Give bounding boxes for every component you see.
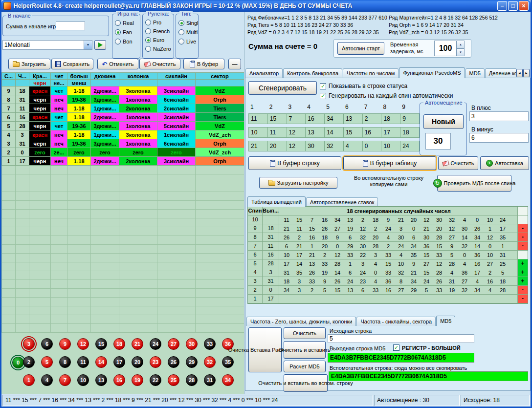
board-number-26[interactable]: 26 [168, 356, 179, 368]
board-number-30[interactable]: 30 [186, 338, 198, 350]
freq-tabs-item-1[interactable]: Частота - сиклайны, сектора [356, 317, 436, 326]
maximize-button[interactable]: □ [508, 1, 518, 11]
board-number-20[interactable]: 20 [132, 356, 143, 368]
spinner-up-icon[interactable]: ▲ [457, 41, 465, 48]
main-tabs-item-2[interactable]: Частоты по числам [343, 68, 399, 78]
board-number-9[interactable]: 9 [59, 338, 71, 350]
buffer-row-button[interactable]: В буфер строку [248, 156, 341, 170]
board-number-31[interactable]: 31 [204, 374, 216, 386]
radio-option-Multi[interactable]: Multi [178, 27, 197, 37]
load-settings-button[interactable]: Загрузить настройку [259, 177, 337, 189]
freq-tabs-item-0[interactable]: Частота - Zero, шансы, дюжины, колонки [246, 317, 356, 326]
board-number-16[interactable]: 16 [113, 374, 125, 386]
show-status-checkbox[interactable]: ✓ Показывать в строке статуса [320, 83, 407, 89]
radio-option-Euro[interactable]: Euro [145, 36, 173, 44]
board-number-25[interactable]: 25 [168, 374, 179, 386]
board-number-14[interactable]: 14 [95, 356, 107, 368]
spin-tabs-item-0[interactable]: Таблица выпадений [247, 196, 306, 207]
dropdown-arrow-icon[interactable]: ▼ [84, 41, 92, 49]
main-tabs-item-4[interactable]: MD5 [466, 68, 485, 78]
spin-tabs-item-1[interactable]: Автопроставление ставок [306, 197, 378, 207]
autogenerate-checkbox[interactable]: ✓ Генерировать на каждый спин автоматиче… [320, 92, 453, 99]
radio-icon[interactable] [145, 28, 151, 34]
plus-input[interactable] [469, 111, 529, 121]
board-number-36[interactable]: 36 [222, 338, 234, 350]
clear-ms-button[interactable]: Очистить [438, 156, 478, 170]
tab-scroll-left-icon[interactable]: ◄ [516, 69, 523, 77]
radio-option-Live[interactable]: Live [178, 37, 197, 46]
autobet-button[interactable]: Автоставка [480, 156, 529, 170]
md5-clear-paste-button[interactable]: Очистить и вставить [284, 341, 326, 359]
board-number-8[interactable]: 8 [59, 356, 71, 368]
main-tabs-item-5[interactable]: Деление ко... [485, 68, 516, 78]
minimize-button[interactable]: – [497, 1, 507, 11]
start-sum-input[interactable] [56, 21, 85, 30]
titlebar[interactable]: HelperRoullet 4.8- create helperroullet@… [1, 0, 531, 12]
collapse-button[interactable]: — [228, 59, 241, 69]
board-number-6[interactable]: 6 [41, 338, 53, 350]
board-number-1[interactable]: 1 [23, 374, 35, 386]
new-button[interactable]: Новый [423, 114, 464, 129]
board-number-0[interactable]: 0 [12, 357, 24, 368]
board-number-2[interactable]: 2 [23, 356, 35, 368]
radio-icon[interactable] [145, 37, 151, 43]
radio-option-NaZero[interactable]: NaZero [145, 44, 173, 53]
freq-tabs-item-2[interactable]: MD5 [436, 316, 455, 326]
radio-icon[interactable] [115, 20, 121, 26]
register-checkbox[interactable]: ✓ РЕГИСТР - БОЛЬШОЙ [393, 344, 461, 351]
board-number-27[interactable]: 27 [168, 338, 179, 350]
main-tabs-item-1[interactable]: Контроль банкролла [283, 68, 342, 78]
board-number-13[interactable]: 13 [95, 374, 107, 386]
board-number-32[interactable]: 32 [204, 356, 216, 368]
close-button[interactable]: × [519, 1, 529, 11]
minus-input[interactable] [469, 133, 529, 143]
board-number-15[interactable]: 15 [95, 338, 107, 350]
radio-icon[interactable] [115, 39, 121, 44]
radio-option-French[interactable]: French [145, 27, 173, 36]
check-md5-button[interactable]: ↻Проверить МД5 после спина [437, 175, 511, 192]
undo-button[interactable]: ↶Отменить [97, 59, 138, 69]
load-button[interactable]: Загрузить [8, 59, 50, 69]
profile-select[interactable]: 1Melonati ▼ [2, 40, 92, 50]
radio-icon[interactable] [145, 20, 151, 25]
board-number-24[interactable]: 24 [150, 338, 161, 350]
board-number-17[interactable]: 17 [113, 356, 125, 368]
board-number-23[interactable]: 23 [150, 356, 161, 368]
board-number-7[interactable]: 7 [59, 374, 71, 386]
board-number-5[interactable]: 5 [41, 356, 53, 368]
board-number-11[interactable]: 11 [77, 356, 89, 368]
autospin-start-button[interactable]: Автоспин старт [337, 42, 384, 55]
radio-option-Pro[interactable]: Pro [145, 18, 173, 27]
radio-option-Singl[interactable]: Singl [178, 18, 197, 27]
md5-big-button[interactable]: Очистка Вставка Расчет MD5 [248, 327, 282, 372]
board-number-28[interactable]: 28 [186, 374, 198, 386]
radio-icon[interactable] [178, 20, 184, 26]
spinner-down-icon[interactable]: ▼ [457, 48, 465, 56]
board-number-35[interactable]: 35 [222, 356, 234, 368]
generate-button[interactable]: Сгенерировать [248, 81, 317, 95]
board-number-12[interactable]: 12 [77, 338, 89, 350]
board-number-19[interactable]: 19 [132, 374, 143, 386]
tab-scroll-right-icon[interactable]: ► [523, 69, 530, 77]
radio-icon[interactable] [178, 39, 184, 44]
md5-calc-button[interactable]: Расчет MD5 [284, 361, 326, 372]
board-number-18[interactable]: 18 [113, 338, 125, 350]
board-number-10[interactable]: 10 [77, 374, 89, 386]
save-button[interactable]: Сохранить [51, 59, 93, 69]
main-tabs-item-3[interactable]: Функционал PsevdoMS [399, 67, 465, 78]
board-number-3[interactable]: 3 [23, 338, 35, 350]
buffer-table-button[interactable]: В буфер таблицу [343, 156, 436, 170]
board-number-34[interactable]: 34 [222, 374, 234, 386]
md5-clear-button[interactable]: Очистить [284, 327, 326, 339]
to-buffer-button[interactable]: В буфер [183, 59, 224, 69]
play-button[interactable] [94, 40, 106, 50]
md5-clear-paste-aux-button[interactable]: Очистить и вставить во вспом. строку [284, 374, 328, 392]
radio-icon[interactable] [178, 29, 184, 35]
board-number-22[interactable]: 22 [150, 374, 161, 386]
autoshift-value[interactable]: 30 [425, 133, 451, 150]
clear-button[interactable]: Очистить [139, 59, 180, 69]
delay-value[interactable]: 100 [434, 41, 457, 56]
radio-option-Fan[interactable]: Fan [115, 27, 139, 37]
radio-option-Bon[interactable]: Bon [115, 37, 139, 46]
radio-option-Real[interactable]: Real [115, 18, 139, 27]
